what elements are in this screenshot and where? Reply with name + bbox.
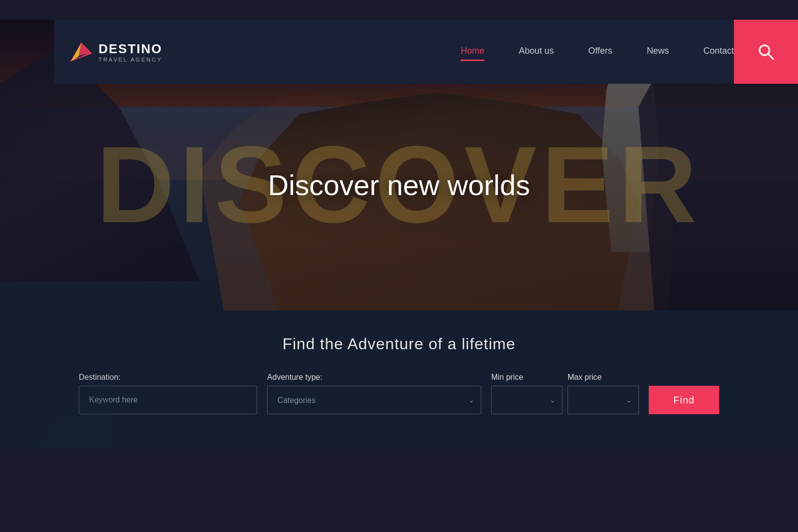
svg-line-5 [768, 54, 773, 59]
max-price-group: Max price $1000 $2000 $5000 $10000 ⌄ [567, 373, 639, 414]
hero-headline: Discover new worlds [268, 168, 530, 201]
search-form: Destination: Adventure type: Categories … [79, 373, 719, 414]
logo-text: DESTINO TRAVEL AGENCY [99, 41, 163, 63]
adventure-select-wrapper: Categories Beach Mountain City Adventure… [267, 386, 481, 414]
max-price-label: Max price [567, 373, 639, 382]
min-price-label: Min price [491, 373, 563, 382]
adventure-group: Adventure type: Categories Beach Mountai… [267, 373, 481, 414]
main-nav: Home About us Offers News Contact [461, 46, 734, 58]
plane-icon [69, 41, 94, 63]
adventure-select[interactable]: Categories Beach Mountain City Adventure [267, 386, 481, 414]
destination-group: Destination: [79, 373, 257, 414]
section-title: Find the Adventure of a lifetime [54, 335, 744, 353]
destination-input[interactable] [79, 386, 257, 414]
nav-offers[interactable]: Offers [588, 46, 612, 58]
search-section: Find the Adventure of a lifetime Destina… [0, 310, 798, 449]
search-icon [757, 43, 775, 61]
search-button[interactable] [734, 20, 798, 84]
destination-label: Destination: [79, 373, 257, 382]
nav-about[interactable]: About us [519, 46, 554, 58]
min-price-select[interactable]: $100 $500 $1000 $2000 [491, 386, 563, 414]
hero-content: Discover new worlds [268, 168, 530, 201]
nav-contact[interactable]: Contact [703, 46, 734, 58]
find-button[interactable]: Find [649, 386, 719, 414]
nav-home[interactable]: Home [461, 46, 484, 58]
nav-news[interactable]: News [647, 46, 669, 58]
max-price-select-wrapper: $1000 $2000 $5000 $10000 ⌄ [567, 386, 639, 414]
min-price-group: Min price $100 $500 $1000 $2000 ⌄ [491, 373, 563, 414]
max-price-select[interactable]: $1000 $2000 $5000 $10000 [567, 386, 639, 414]
adventure-label: Adventure type: [267, 373, 481, 382]
min-price-select-wrapper: $100 $500 $1000 $2000 ⌄ [491, 386, 563, 414]
header: DESTINO TRAVEL AGENCY Home About us Offe… [54, 20, 798, 84]
logo[interactable]: DESTINO TRAVEL AGENCY [69, 41, 167, 63]
brand-tagline: TRAVEL AGENCY [99, 57, 163, 63]
brand-name: DESTINO [99, 41, 163, 57]
